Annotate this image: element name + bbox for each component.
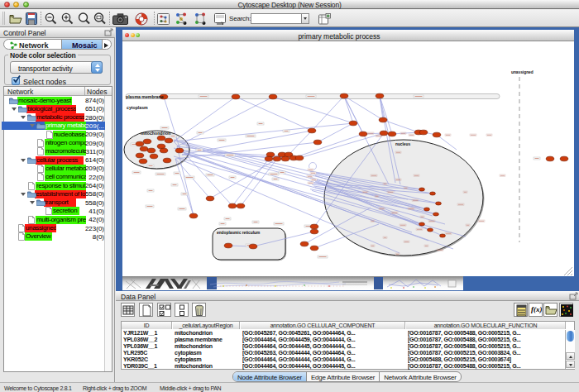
svg-text:cytoplasm: cytoplasm [127,104,148,109]
svg-text:unassigned: unassigned [511,70,534,74]
svg-text:nucleus: nucleus [395,142,410,146]
svg-text:plasma membrane: plasma membrane [126,93,164,98]
svg-text:endoplasmic reticulum: endoplasmic reticulum [217,230,260,234]
svg-text:mitochondrion: mitochondrion [141,131,170,136]
